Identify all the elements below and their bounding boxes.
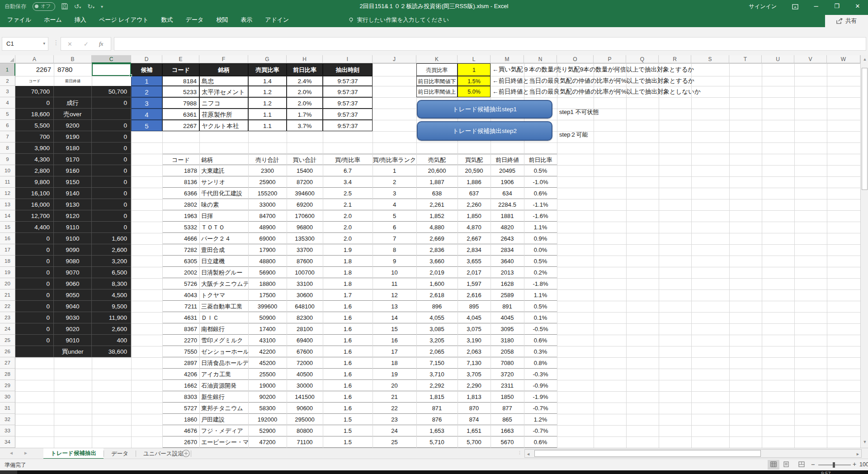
ribbon-tab-2[interactable]: 挿入 — [75, 16, 86, 24]
row-header-4[interactable]: 4 — [0, 97, 15, 109]
main-cell[interactable]: 87600 — [287, 256, 323, 267]
main-cell[interactable]: 1.5 — [323, 436, 373, 448]
main-cell[interactable]: 日清製粉グルー — [199, 267, 248, 278]
main-cell[interactable]: ＤＩＣ — [199, 312, 248, 323]
board-cell[interactable]: 0 — [15, 267, 54, 278]
sheet-nav-left-icon[interactable]: ◄ — [9, 450, 14, 455]
main-cell[interactable]: 0.6% — [524, 436, 557, 448]
sheet-nav-right-icon[interactable]: ► — [24, 450, 28, 455]
main-cell[interactable]: 33700 — [287, 244, 323, 256]
board-cell[interactable]: 0 — [92, 188, 131, 199]
row-header-7[interactable]: 7 — [0, 131, 15, 142]
main-cell[interactable]: 4,880 — [416, 222, 458, 233]
main-cell[interactable]: 30000 — [287, 380, 323, 391]
name-box[interactable]: C1 ▾ — [2, 37, 48, 51]
main-cell[interactable]: 6 — [373, 222, 416, 233]
main-cell[interactable]: 5727 — [162, 403, 199, 414]
board-cell[interactable]: 9200 — [54, 120, 92, 131]
main-cell[interactable]: 11 — [373, 278, 416, 289]
main-cell[interactable]: 1.9 — [323, 244, 373, 256]
candidate-cell[interactable]: 2 — [131, 86, 162, 97]
main-cell[interactable]: 6305 — [162, 256, 199, 267]
board-cell[interactable]: 400 — [92, 335, 131, 346]
main-cell[interactable]: 3,205 — [416, 335, 458, 346]
main-cell[interactable]: 0.2% — [524, 267, 557, 278]
main-cell[interactable]: 1,850 — [458, 210, 491, 222]
main-cell[interactable]: 1.5 — [323, 414, 373, 425]
main-cell[interactable]: 2,292 — [416, 380, 458, 391]
main-cell[interactable]: 日揮 — [199, 210, 248, 222]
main-cell[interactable]: パーク２４ — [199, 233, 248, 244]
candidate-cell[interactable]: 1.1 — [248, 120, 287, 131]
main-cell[interactable]: 1.6 — [323, 369, 373, 380]
main-cell[interactable]: 2,669 — [416, 233, 458, 244]
row-header-3[interactable]: 3 — [0, 86, 15, 97]
column-header-L[interactable]: L — [458, 55, 491, 63]
column-header-K[interactable]: K — [416, 55, 458, 63]
column-header-R[interactable]: R — [659, 55, 691, 63]
page-break-view-icon[interactable] — [798, 461, 805, 467]
main-cell[interactable]: 8303 — [162, 391, 199, 403]
main-cell[interactable]: 48800 — [248, 256, 287, 267]
main-cell[interactable]: 4,045 — [458, 312, 491, 323]
tell-me-search[interactable]: 実行したい作業を入力してください — [348, 13, 449, 27]
candidate-cell[interactable]: ニフコ — [199, 97, 248, 109]
main-cell[interactable]: 2300 — [248, 165, 287, 176]
main-cell[interactable]: 33000 — [248, 199, 287, 210]
main-cell[interactable]: 2670 — [162, 436, 199, 448]
main-cell[interactable]: 15400 — [287, 165, 323, 176]
board-cell[interactable]: 3,900 — [15, 142, 54, 154]
board-cell[interactable]: 0 — [15, 278, 54, 289]
main-cell[interactable]: 100700 — [287, 267, 323, 278]
candidate-cell[interactable]: 荏原製作所 — [199, 109, 248, 120]
ribbon-tab-7[interactable]: 表示 — [241, 16, 252, 24]
cell-B2[interactable]: 前日終値 — [54, 76, 92, 86]
main-cell[interactable]: 0.9% — [524, 233, 557, 244]
row-header-23[interactable]: 23 — [0, 312, 15, 323]
main-cell[interactable]: 648100 — [287, 301, 323, 312]
main-cell[interactable]: ＴＯＴＯ — [199, 222, 248, 233]
main-cell[interactable]: 17900 — [248, 244, 287, 256]
scroll-right-icon[interactable]: ► — [856, 452, 860, 456]
board-cell[interactable]: 9130 — [54, 199, 92, 210]
main-cell[interactable]: 14 — [373, 312, 416, 323]
main-cell[interactable]: 12 — [373, 289, 416, 301]
main-cell[interactable]: 20 — [373, 380, 416, 391]
main-cell[interactable]: 2 — [373, 176, 416, 188]
main-cell[interactable]: 7 — [373, 233, 416, 244]
main-cell[interactable]: 千代田化工建設 — [199, 188, 248, 199]
main-cell[interactable]: 2,618 — [416, 289, 458, 301]
main-cell[interactable]: 0.5% — [524, 301, 557, 312]
main-cell[interactable]: 日立建機 — [199, 256, 248, 267]
main-cell[interactable]: 67600 — [287, 346, 323, 357]
vertical-scrollbar[interactable]: ▲ ▼ — [860, 55, 868, 448]
candidate-cell[interactable]: 1.1 — [248, 109, 287, 120]
main-cell[interactable]: -0.7% — [524, 403, 557, 414]
main-cell[interactable]: 72000 — [287, 357, 323, 369]
board-cell[interactable]: 0 — [92, 142, 131, 154]
row-header-30[interactable]: 30 — [0, 391, 15, 403]
main-cell[interactable]: 8367 — [162, 323, 199, 335]
board-cell[interactable]: 9150 — [54, 176, 92, 188]
main-cell[interactable]: 0.1% — [524, 312, 557, 323]
main-cell[interactable]: 1.6 — [323, 323, 373, 335]
ribbon-tab-3[interactable]: ページ レイアウト — [99, 16, 149, 24]
main-cell[interactable]: 58300 — [248, 403, 287, 414]
main-cell[interactable]: 19000 — [248, 380, 287, 391]
main-cell[interactable]: -1.6% — [524, 210, 557, 222]
main-cell[interactable]: 0.5% — [524, 256, 557, 267]
main-cell[interactable]: 5,700 — [458, 436, 491, 448]
candidate-cell[interactable]: 1.2 — [248, 97, 287, 109]
main-cell[interactable]: 2643 — [491, 233, 524, 244]
main-cell[interactable]: 0.3% — [524, 346, 557, 357]
main-cell[interactable]: 2,019 — [416, 267, 458, 278]
board-cell[interactable]: 9050 — [54, 289, 92, 301]
main-cell[interactable]: 2284.5 — [491, 199, 524, 210]
column-header-D[interactable]: D — [131, 55, 162, 63]
main-cell[interactable]: -0.9% — [524, 380, 557, 391]
row-header-34[interactable]: 34 — [0, 436, 15, 448]
main-cell[interactable]: 4206 — [162, 369, 199, 380]
main-cell[interactable]: 20,600 — [416, 165, 458, 176]
main-cell[interactable]: 28100 — [287, 323, 323, 335]
board-cell[interactable] — [92, 109, 131, 120]
